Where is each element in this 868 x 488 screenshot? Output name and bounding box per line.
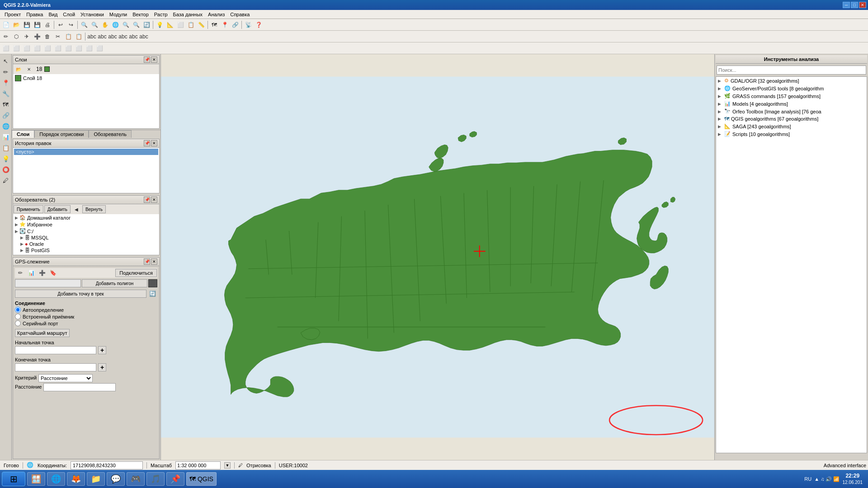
- start-button[interactable]: ⊞: [2, 472, 25, 486]
- close-button[interactable]: ✕: [859, 2, 866, 8]
- side-icon-layers[interactable]: 📋: [1, 143, 11, 153]
- tb-save-as[interactable]: 💾: [32, 20, 42, 30]
- tree-c-drive[interactable]: ▶ 💽 C:/: [13, 228, 159, 235]
- minimize-button[interactable]: ─: [843, 2, 850, 8]
- tb-add-wms[interactable]: 🗺: [209, 20, 219, 30]
- tb-extra-1[interactable]: ⬜: [1, 43, 11, 53]
- tb-extra-6[interactable]: ⬜: [53, 43, 63, 53]
- analysis-saga[interactable]: ▶ 📐 SAGA [243 geoalgorithms]: [716, 122, 867, 130]
- analysis-gdal[interactable]: ▶ ⚙ GDAL/OGR [32 geoalgorithms]: [716, 77, 867, 84]
- status-scale-input[interactable]: [175, 461, 221, 469]
- menu-analysis[interactable]: Анализ: [205, 11, 227, 18]
- tb-zoom-out[interactable]: 🔍: [90, 20, 99, 30]
- tree-postgis[interactable]: ▶ 🗄 PostGIS: [13, 247, 159, 253]
- tb-zoom-selection[interactable]: 🔍: [131, 20, 141, 30]
- tb-pan[interactable]: ✋: [100, 20, 110, 30]
- tb-add-feature[interactable]: ➕: [32, 32, 42, 42]
- tb-label-4[interactable]: abc: [118, 32, 128, 42]
- side-icon-globe[interactable]: 🌐: [1, 121, 11, 131]
- tb-label-6[interactable]: abc: [139, 32, 149, 42]
- tb-extra-3[interactable]: ⬜: [22, 43, 32, 53]
- menu-settings[interactable]: Установки: [78, 11, 107, 18]
- taskbar-explorer[interactable]: 📁: [87, 472, 105, 486]
- tb-extra-5[interactable]: ⬜: [42, 43, 52, 53]
- tb-delete-selected[interactable]: 🗑: [42, 32, 52, 42]
- start-point-input[interactable]: [15, 346, 96, 354]
- tb-extra-2[interactable]: ⬜: [11, 43, 21, 53]
- tb-label-1[interactable]: abc: [87, 32, 97, 42]
- side-icon-map[interactable]: 🗺: [1, 99, 11, 109]
- taskbar-pin[interactable]: 📌: [166, 472, 184, 486]
- layers-panel-pin[interactable]: 📌: [144, 56, 150, 63]
- layer-item-18[interactable]: Слой 18: [13, 74, 159, 82]
- side-icon-chart[interactable]: 📊: [1, 132, 11, 142]
- side-icon-pin[interactable]: 📍: [1, 78, 11, 88]
- gps-panel-pin[interactable]: 📌: [144, 258, 150, 265]
- browser-panel-close[interactable]: ✕: [151, 197, 157, 203]
- side-icon-circle[interactable]: ⭕: [1, 164, 11, 174]
- tb-extra-4[interactable]: ⬜: [32, 43, 42, 53]
- gps-radio-builtin-input[interactable]: [15, 314, 21, 319]
- layers-remove[interactable]: ✕: [24, 64, 34, 74]
- layers-add[interactable]: 📂: [14, 64, 24, 74]
- tb-zoom-layer[interactable]: 🔍: [121, 20, 131, 30]
- tb-extra-9[interactable]: ⬜: [84, 43, 94, 53]
- taskbar-qgis[interactable]: 🗺 QGIS: [186, 472, 217, 486]
- tb-measure[interactable]: 📏: [196, 20, 206, 30]
- gps-add-point-btn[interactable]: Добавить точку в трек: [15, 290, 146, 298]
- gps-panel-close[interactable]: ✕: [151, 258, 157, 265]
- tab-layers[interactable]: Слои: [12, 130, 34, 138]
- gps-connect-btn[interactable]: Подключиться: [115, 269, 157, 277]
- tree-oracle[interactable]: ▶ ● Oracle: [13, 241, 159, 247]
- taskbar-browser[interactable]: 🌐: [47, 472, 65, 486]
- start-point-add-btn[interactable]: +: [98, 346, 106, 354]
- taskbar-media[interactable]: 🎵: [146, 472, 165, 486]
- distance-input[interactable]: [43, 383, 116, 391]
- menu-database[interactable]: База данных: [170, 11, 206, 18]
- maximize-button[interactable]: □: [851, 2, 858, 8]
- tb-print[interactable]: 🖨: [42, 20, 52, 30]
- tb-digitize-pencil[interactable]: ✏: [1, 32, 11, 42]
- gps-radio-serial-input[interactable]: [15, 320, 21, 326]
- tb-add-raster[interactable]: 🔗: [230, 20, 240, 30]
- tb-select[interactable]: 📐: [165, 20, 175, 30]
- tb-identify[interactable]: 💡: [155, 20, 165, 30]
- taskbar-skype[interactable]: 💬: [107, 472, 125, 486]
- map-area[interactable]: [161, 54, 714, 460]
- gps-color-swatch[interactable]: [148, 279, 157, 287]
- tb-node-tool[interactable]: ⬡: [11, 32, 21, 42]
- taskbar-steam[interactable]: 🎮: [127, 472, 145, 486]
- tab-browser[interactable]: Обозреватель: [89, 130, 132, 138]
- menu-edit[interactable]: Правка: [24, 11, 46, 18]
- gps-polygon-input[interactable]: [15, 279, 81, 287]
- tb-extra-7[interactable]: ⬜: [63, 43, 73, 53]
- layers-panel-close[interactable]: ✕: [151, 56, 157, 63]
- tab-render-order[interactable]: Порядок отрисовки: [34, 130, 89, 138]
- tb-undo[interactable]: ↩: [56, 20, 66, 30]
- tb-save[interactable]: 💾: [22, 20, 32, 30]
- gps-add-polygon-btn[interactable]: Добавить полигон: [82, 279, 147, 287]
- scale-dropdown-btn[interactable]: ▼: [224, 462, 231, 469]
- side-icon-pen[interactable]: 🖊: [1, 175, 11, 185]
- gps-tb-2[interactable]: 📊: [26, 268, 36, 278]
- menu-vector[interactable]: Вектор: [130, 11, 151, 18]
- tb-add-vector[interactable]: 📍: [220, 20, 230, 30]
- side-icon-arrow[interactable]: ↖: [1, 56, 11, 66]
- gps-tb-4[interactable]: 🔖: [48, 268, 58, 278]
- gps-refresh-btn[interactable]: 🔄: [147, 289, 157, 299]
- menu-project[interactable]: Проект: [2, 11, 24, 18]
- analysis-orfeo[interactable]: ▶ 🔭 Orfeo Toolbox [Image analysis] [76 g…: [716, 108, 867, 115]
- tb-refresh[interactable]: 🔄: [142, 20, 151, 30]
- tb-label-2[interactable]: abc: [97, 32, 107, 42]
- edit-history-pin[interactable]: 📌: [144, 140, 150, 146]
- tb-cut[interactable]: ✂: [53, 32, 63, 42]
- analysis-qgis[interactable]: ▶ 🗺 QGIS geoalgorithms [67 geoalgorithms…: [716, 115, 867, 122]
- tb-move[interactable]: ✈: [22, 32, 32, 42]
- tb-open[interactable]: 📂: [11, 20, 21, 30]
- side-icon-chain[interactable]: 🔗: [1, 110, 11, 120]
- tb-deselect[interactable]: ⬜: [175, 20, 185, 30]
- edit-history-close[interactable]: ✕: [151, 140, 157, 146]
- tb-help[interactable]: ❓: [254, 20, 264, 30]
- side-icon-wrench[interactable]: 🔧: [1, 89, 11, 99]
- tb-zoom-full[interactable]: 🌐: [110, 20, 120, 30]
